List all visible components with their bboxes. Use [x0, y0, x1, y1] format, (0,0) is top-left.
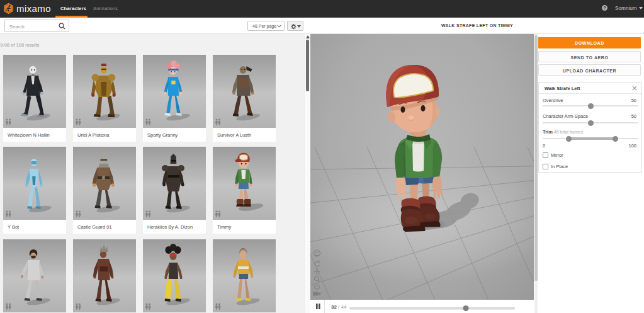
svg-text:32: 32: [331, 304, 337, 310]
svg-text:/ 44: / 44: [338, 304, 347, 310]
